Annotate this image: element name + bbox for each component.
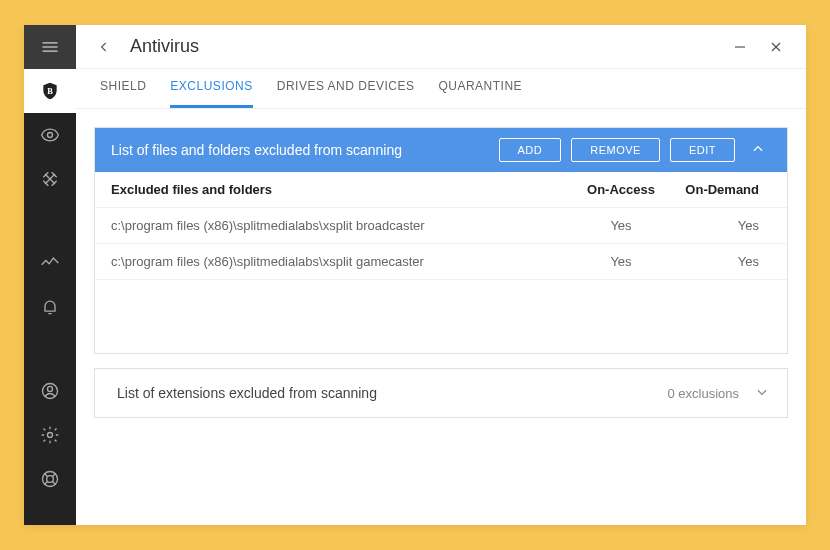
sidebar-item-privacy[interactable] xyxy=(24,113,76,157)
table-body: c:\program files (x86)\splitmedialabs\xs… xyxy=(95,208,787,353)
svg-point-4 xyxy=(48,133,53,138)
content-area: List of files and folders excluded from … xyxy=(76,109,806,525)
chevron-up-icon xyxy=(751,142,765,156)
shield-b-icon: B xyxy=(40,81,60,101)
panel-header: List of files and folders excluded from … xyxy=(95,128,787,172)
cell-path: c:\program files (x86)\splitmedialabs\xs… xyxy=(111,254,571,269)
expand-extensions-button[interactable] xyxy=(755,385,769,402)
sidebar: B xyxy=(24,25,76,525)
svg-text:B: B xyxy=(47,87,53,96)
activity-icon xyxy=(40,253,60,273)
col-header-path: Excluded files and folders xyxy=(111,182,571,197)
sidebar-item-protection[interactable]: B xyxy=(24,69,76,113)
col-header-access: On-Access xyxy=(571,182,671,197)
tab-exclusions[interactable]: EXCLUSIONS xyxy=(170,69,252,108)
table-header: Excluded files and folders On-Access On-… xyxy=(95,172,787,208)
tab-shield[interactable]: SHIELD xyxy=(100,69,146,108)
lifebuoy-icon xyxy=(40,469,60,489)
back-button[interactable] xyxy=(88,31,120,63)
exclusions-table: Excluded files and folders On-Access On-… xyxy=(95,172,787,353)
cell-demand: Yes xyxy=(671,218,771,233)
excluded-extensions-panel: List of extensions excluded from scannin… xyxy=(94,368,788,418)
sidebar-item-notifications[interactable] xyxy=(24,285,76,329)
extensions-panel-title: List of extensions excluded from scannin… xyxy=(117,385,667,401)
tab-quarantine[interactable]: QUARANTINE xyxy=(438,69,522,108)
remove-button[interactable]: REMOVE xyxy=(571,138,660,162)
extensions-panel-header[interactable]: List of extensions excluded from scannin… xyxy=(95,369,787,417)
page-title: Antivirus xyxy=(130,36,722,57)
close-icon xyxy=(770,41,782,53)
menu-icon xyxy=(40,37,60,57)
excluded-files-panel: List of files and folders excluded from … xyxy=(94,127,788,354)
eye-icon xyxy=(40,125,60,145)
svg-line-11 xyxy=(53,473,56,476)
tab-drives-devices[interactable]: DRIVES AND DEVICES xyxy=(277,69,415,108)
minimize-button[interactable] xyxy=(722,31,758,63)
titlebar: Antivirus xyxy=(76,25,806,69)
main-area: Antivirus SHIELD EXCLUSIONS DRIVES AND D… xyxy=(76,25,806,525)
minimize-icon xyxy=(734,41,746,53)
antivirus-window: B Antivirus xyxy=(24,25,806,525)
sidebar-item-activity[interactable] xyxy=(24,241,76,285)
cell-access: Yes xyxy=(571,254,671,269)
tabs: SHIELD EXCLUSIONS DRIVES AND DEVICES QUA… xyxy=(76,69,806,109)
panel-title: List of files and folders excluded from … xyxy=(111,142,489,158)
sidebar-item-support[interactable] xyxy=(24,457,76,501)
add-button[interactable]: ADD xyxy=(499,138,562,162)
chevron-left-icon xyxy=(97,40,111,54)
svg-line-13 xyxy=(53,482,56,485)
user-icon xyxy=(40,381,60,401)
table-row[interactable]: c:\program files (x86)\splitmedialabs\xs… xyxy=(95,208,787,244)
sidebar-item-tools[interactable] xyxy=(24,157,76,201)
bell-icon xyxy=(40,297,60,317)
svg-point-9 xyxy=(47,476,54,483)
cell-access: Yes xyxy=(571,218,671,233)
sidebar-item-settings[interactable] xyxy=(24,413,76,457)
cell-path: c:\program files (x86)\splitmedialabs\xs… xyxy=(111,218,571,233)
svg-point-7 xyxy=(48,433,53,438)
collapse-panel-button[interactable] xyxy=(745,142,771,159)
svg-point-6 xyxy=(48,386,53,391)
col-header-demand: On-Demand xyxy=(671,182,771,197)
close-button[interactable] xyxy=(758,31,794,63)
gear-icon xyxy=(40,425,60,445)
svg-line-10 xyxy=(44,473,47,476)
edit-button[interactable]: EDIT xyxy=(670,138,735,162)
table-row[interactable]: c:\program files (x86)\splitmedialabs\xs… xyxy=(95,244,787,280)
cell-demand: Yes xyxy=(671,254,771,269)
chevron-down-icon xyxy=(755,385,769,399)
exclusions-count: 0 exclusions xyxy=(667,386,739,401)
svg-line-12 xyxy=(44,482,47,485)
sidebar-item-account[interactable] xyxy=(24,369,76,413)
tools-icon xyxy=(40,169,60,189)
sidebar-menu-button[interactable] xyxy=(24,25,76,69)
